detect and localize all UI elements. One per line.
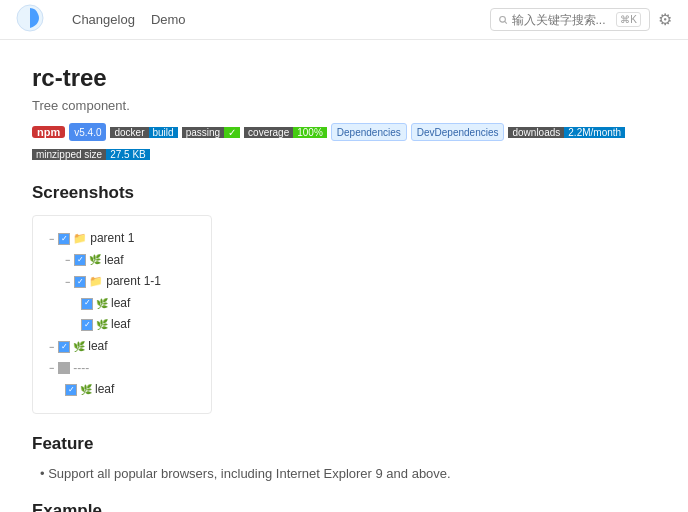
settings-icon[interactable]: ⚙ — [658, 10, 672, 29]
tree-item-2: − ✓ 📁 parent 1-1 — [49, 271, 195, 293]
main-content: rc-tree Tree component. npm v5.4.0 docke… — [0, 40, 688, 512]
app-container: Changelog Demo ⌘K ⚙ rc-tree Tree compone… — [0, 0, 688, 512]
screenshots-title: Screenshots — [32, 183, 656, 203]
badge-minzipped: minzipped size 27.5 KB — [32, 145, 150, 163]
search-input[interactable] — [512, 13, 613, 27]
tree-item-0: − ✓ 📁 parent 1 — [49, 228, 195, 250]
tree-item-1: − ✓ 🌿 leaf — [49, 250, 195, 272]
svg-line-2 — [505, 21, 507, 23]
search-kbd: ⌘K — [616, 12, 641, 27]
header-nav: Changelog Demo — [72, 8, 186, 31]
badge-downloads: downloads 2.2M/month — [508, 123, 625, 141]
badge-devdependencies: DevDependencies — [411, 123, 505, 141]
page-subtitle: Tree component. — [32, 98, 656, 113]
badge-npm: npm — [32, 126, 65, 138]
header: Changelog Demo ⌘K ⚙ — [0, 0, 688, 40]
badges-row: npm v5.4.0 docker build passing ✓ covera… — [32, 123, 656, 163]
badge-coverage: coverage 100% — [244, 123, 327, 141]
badge-devdependencies-label: DevDependencies — [417, 127, 499, 138]
tree-item-5: − ✓ 🌿 leaf — [49, 336, 195, 358]
logo — [16, 4, 44, 35]
search-icon — [499, 14, 508, 26]
example-title: Example — [32, 501, 656, 512]
badge-passing: passing ✓ — [182, 123, 240, 141]
badge-dependencies: Dependencies — [331, 123, 407, 141]
feature-title: Feature — [32, 434, 656, 454]
nav-demo[interactable]: Demo — [151, 8, 186, 31]
nav-changelog[interactable]: Changelog — [72, 8, 135, 31]
badge-dependencies-label: Dependencies — [337, 127, 401, 138]
tree-item-6: − ---- — [49, 358, 195, 380]
svg-point-1 — [500, 16, 506, 22]
tree-item-7: ✓ 🌿 leaf — [49, 379, 195, 401]
content: rc-tree Tree component. npm v5.4.0 docke… — [0, 40, 688, 512]
page-title: rc-tree — [32, 64, 656, 92]
feature-list: Support all popular browsers, including … — [32, 466, 656, 481]
badge-version: v5.4.0 — [69, 123, 106, 141]
feature-item-0: Support all popular browsers, including … — [32, 466, 656, 481]
search-box[interactable]: ⌘K — [490, 8, 650, 31]
tree-item-3: ✓ 🌿 leaf — [49, 293, 195, 315]
screenshot-box: − ✓ 📁 parent 1 − ✓ 🌿 leaf − ✓ 📁 parent 1… — [32, 215, 212, 414]
tree-item-4: ✓ 🌿 leaf — [49, 314, 195, 336]
badge-docker: docker build — [110, 123, 177, 141]
header-right: ⌘K ⚙ — [490, 8, 672, 31]
